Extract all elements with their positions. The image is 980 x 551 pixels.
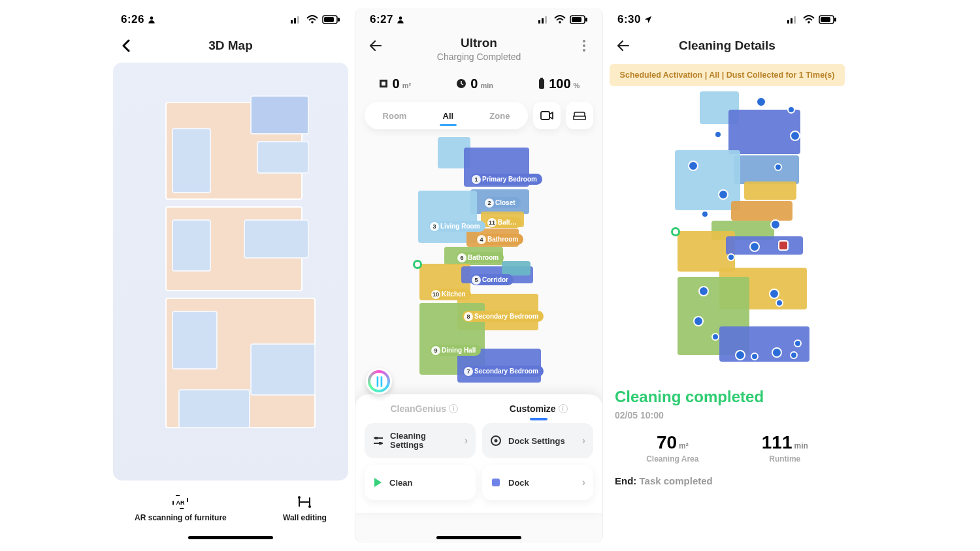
- cleaning-settings-button[interactable]: Cleaning Settings ›: [365, 423, 476, 458]
- floorplan-map[interactable]: 1Primary Bedroom2Closet3Living Room11Bal…: [359, 133, 598, 394]
- arrow-left-icon: [368, 40, 382, 52]
- battery-icon: [819, 15, 837, 24]
- device-title: Ultron: [461, 36, 497, 50]
- chevron-right-icon: ›: [582, 477, 585, 488]
- seg-room[interactable]: Room: [374, 107, 416, 125]
- back-button[interactable]: [366, 37, 384, 55]
- back-button[interactable]: [613, 37, 632, 55]
- svg-rect-20: [572, 17, 581, 22]
- svg-rect-15: [542, 18, 544, 24]
- svg-rect-14: [538, 20, 540, 24]
- dock-button[interactable]: Dock ›: [482, 465, 593, 500]
- result-area-value: 70: [657, 432, 677, 452]
- room-number: 8: [464, 312, 473, 321]
- cleaning-result-map[interactable]: [610, 91, 845, 379]
- info-icon: i: [559, 404, 568, 413]
- room-label[interactable]: 9Dining Hall: [430, 345, 481, 356]
- svg-rect-16: [545, 16, 547, 24]
- kebab-icon: [583, 40, 585, 52]
- room-label[interactable]: 4Bathroom: [476, 234, 523, 245]
- dock-settings-button[interactable]: Dock Settings ›: [482, 423, 593, 458]
- room-number: 3: [430, 222, 439, 231]
- clean-button[interactable]: Clean: [365, 465, 476, 500]
- back-button[interactable]: [117, 37, 135, 55]
- status-bar: 6:27: [355, 8, 602, 31]
- svg-text:AR: AR: [176, 499, 185, 506]
- result-card: Cleaning completed 02/05 10:00 70m² Clea…: [603, 379, 851, 498]
- header-robot-home: Ultron Charging Completed: [355, 31, 602, 67]
- stat-time-unit: min: [480, 82, 493, 89]
- result-runtime-value: 111: [762, 432, 792, 452]
- room-number: 11: [487, 218, 497, 227]
- location-icon: [644, 15, 653, 24]
- sliders-icon: [372, 435, 384, 446]
- wifi-icon: [306, 15, 318, 24]
- room-label[interactable]: 3Living Room: [429, 221, 485, 232]
- svg-rect-7: [338, 18, 340, 22]
- svg-point-21: [583, 40, 585, 42]
- wall-edit-button[interactable]: Wall editing: [283, 495, 327, 522]
- svg-rect-34: [492, 479, 500, 486]
- room-label[interactable]: 11Balt…: [486, 217, 522, 228]
- map-mode-segmented: Room All Zone: [365, 102, 528, 129]
- ar-scan-label: AR scanning of furniture: [135, 513, 227, 522]
- status-time: 6:26: [121, 13, 144, 26]
- ar-scan-button[interactable]: AR AR scanning of furniture: [135, 495, 227, 522]
- svg-rect-41: [821, 17, 830, 22]
- result-area: 70m² Cleaning Area: [646, 432, 698, 464]
- stat-batt-unit: %: [574, 82, 580, 89]
- area-icon: [378, 78, 389, 89]
- room-name: Secondary Bedroom: [474, 368, 538, 375]
- svg-point-17: [559, 21, 561, 24]
- room-label[interactable]: 1Primary Bedroom: [470, 174, 542, 185]
- furniture-icons-button[interactable]: [566, 102, 593, 129]
- tab-cleangenius[interactable]: CleanGeniusi: [390, 403, 458, 414]
- home-indicator[interactable]: [436, 536, 521, 539]
- result-runtime-label: Runtime: [762, 454, 808, 464]
- room-label[interactable]: 6Bathroom: [456, 252, 504, 263]
- device-status: Charging Completed: [437, 52, 521, 62]
- svg-rect-8: [324, 17, 334, 22]
- stat-time-value: 0: [470, 76, 478, 91]
- seg-zone[interactable]: Zone: [480, 107, 519, 125]
- room-label[interactable]: 10Kitchen: [430, 289, 471, 300]
- wall-edit-label: Wall editing: [283, 513, 327, 522]
- room-label[interactable]: 7Secondary Bedroom: [463, 366, 544, 377]
- toolbar-3d: AR AR scanning of furniture Wall editing: [106, 486, 355, 531]
- sofa-icon: [573, 110, 586, 121]
- svg-rect-2: [294, 18, 296, 24]
- chevron-right-icon: ›: [465, 435, 468, 447]
- person-icon: [147, 15, 156, 24]
- result-area-unit: m²: [679, 441, 689, 450]
- stat-area-unit: m²: [402, 82, 411, 89]
- dock-marker: [413, 260, 422, 269]
- wifi-icon: [803, 15, 815, 24]
- room-label[interactable]: 8Secondary Bedroom: [463, 311, 544, 322]
- result-end-key: End:: [615, 475, 636, 486]
- room-name: Dining Hall: [442, 347, 476, 354]
- error-marker: [778, 240, 789, 251]
- chevron-left-icon: [122, 39, 131, 52]
- map-3d-canvas[interactable]: [113, 63, 348, 480]
- wifi-icon: [554, 15, 566, 24]
- room-name: Secondary Bedroom: [474, 313, 538, 320]
- room-name: Living Room: [440, 223, 480, 230]
- home-indicator[interactable]: [188, 536, 273, 539]
- chevron-right-icon: ›: [582, 435, 585, 447]
- wall-edit-icon: [297, 495, 312, 509]
- assistant-fab[interactable]: ┃┃: [366, 368, 392, 394]
- room-name: Balt…: [498, 219, 517, 226]
- arrow-left-icon: [616, 40, 629, 52]
- screenshot-cleaning-details: 6:30 Cleaning Details Scheduled Activati…: [603, 8, 851, 543]
- seg-all[interactable]: All: [434, 107, 463, 125]
- result-datetime: 02/05 10:00: [615, 410, 840, 420]
- room-label[interactable]: 2Closet: [483, 197, 521, 208]
- room-name: Kitchen: [442, 291, 466, 298]
- room-label[interactable]: 5Corridor: [470, 274, 514, 285]
- more-button[interactable]: [576, 38, 592, 54]
- battery-icon: [322, 15, 340, 24]
- camera-button[interactable]: [533, 102, 561, 129]
- status-bar: 6:30: [603, 8, 851, 31]
- tab-customize[interactable]: Customizei: [510, 403, 568, 414]
- dock-marker: [671, 227, 680, 236]
